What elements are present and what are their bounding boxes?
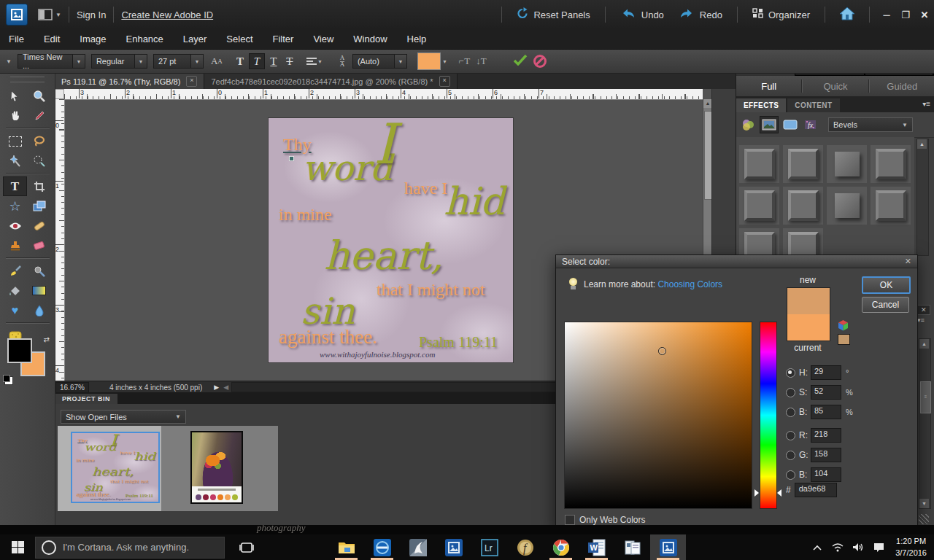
canvas-text-have-i[interactable]: have I <box>404 179 447 197</box>
action-center-icon[interactable] <box>872 542 885 552</box>
doc-tab-jpg[interactable]: 7edf4cb478e91cec092e018c34474714.jpg @ 2… <box>204 74 457 89</box>
bevel-style-thumbnail[interactable] <box>783 145 823 183</box>
scroll-down-icon[interactable]: ▼ <box>919 499 929 508</box>
bevel-style-thumbnail[interactable] <box>783 228 823 254</box>
shape-tool[interactable]: ♥ <box>3 300 27 320</box>
taskbar-app-typekit-f[interactable]: f <box>507 534 543 560</box>
strikethrough-button[interactable]: T <box>282 54 297 69</box>
menu-help[interactable]: Help <box>407 34 427 44</box>
effects-category-dropdown[interactable]: Bevels ▼ <box>828 117 913 132</box>
paint-bucket-tool[interactable] <box>3 281 27 300</box>
canvas-text-heart[interactable]: heart, <box>92 466 134 477</box>
canvas-text-swash-i[interactable]: I <box>109 432 117 448</box>
swap-colors-icon[interactable]: ⇄ <box>44 335 50 343</box>
move-tool[interactable] <box>3 86 27 106</box>
text-align-dropdown[interactable]: ▼ <box>306 53 323 69</box>
hue-slider-right-arrow[interactable] <box>777 489 781 497</box>
menu-select[interactable]: Select <box>226 34 252 44</box>
mode-full[interactable]: Full <box>736 81 801 92</box>
effects-scrollbar[interactable]: ▲ <box>916 139 929 256</box>
text-orientation-icon[interactable]: ⌐T <box>459 55 470 67</box>
smart-brush-tool[interactable] <box>27 261 51 281</box>
bevel-style-thumbnail[interactable] <box>827 145 867 183</box>
selection-brush-tool[interactable] <box>27 151 51 171</box>
radio-button[interactable] <box>786 470 795 480</box>
bevel-style-thumbnail[interactable] <box>827 187 867 225</box>
sign-in-link[interactable]: Sign In <box>77 9 106 20</box>
canvas-text-in-mine[interactable]: in mine <box>76 458 95 463</box>
underline-button[interactable]: T <box>266 54 281 69</box>
text-color-dropdown-arrow[interactable]: ▼ <box>442 59 447 64</box>
taskbar-app-chrome[interactable] <box>543 534 579 560</box>
font-family-dropdown[interactable]: Times New ...▼ <box>18 54 85 69</box>
panel-resize-grip[interactable] <box>919 514 929 524</box>
menu-view[interactable]: View <box>313 34 333 44</box>
menu-enhance[interactable]: Enhance <box>126 34 163 44</box>
taskbar-app-file-explorer[interactable] <box>328 534 364 560</box>
rectangular-marquee-tool[interactable] <box>3 131 27 151</box>
task-view-button[interactable] <box>232 534 261 560</box>
hue-slider[interactable] <box>760 322 777 509</box>
recompose-tool[interactable] <box>27 196 51 216</box>
menu-window[interactable]: Window <box>353 34 387 44</box>
web-color-cube-icon[interactable] <box>837 319 849 335</box>
bevel-style-thumbnail[interactable] <box>871 187 911 225</box>
palette-scrollbar[interactable]: ▲ ≡ ▼ <box>919 338 931 509</box>
mode-quick[interactable]: Quick <box>803 81 868 92</box>
tab-content[interactable]: CONTENT <box>787 98 839 112</box>
panel-menu-icon[interactable]: ▾≡ <box>922 100 930 108</box>
radio-button[interactable] <box>786 451 795 460</box>
scroll-up-icon[interactable]: ▲ <box>919 339 929 349</box>
canvas-text-that-i-might-not[interactable]: that I might not <box>110 478 148 483</box>
layer-styles-icon[interactable] <box>760 116 779 133</box>
canvas-text-have-i[interactable]: have I <box>120 451 135 456</box>
home-button[interactable] <box>838 6 856 23</box>
canvas-text-that-i-might-not[interactable]: that I might not <box>377 281 485 298</box>
organizer-button[interactable]: Organizer <box>752 8 810 21</box>
menu-filter[interactable]: Filter <box>273 34 294 44</box>
value-input[interactable]: 104 <box>811 467 841 482</box>
taskbar-app-word[interactable]: W <box>579 534 614 560</box>
restore-button[interactable]: ❐ <box>896 9 915 20</box>
taskbar-app-publisher[interactable] <box>614 534 650 560</box>
bevel-style-thumbnail[interactable] <box>739 228 779 254</box>
color-field-marker[interactable] <box>658 347 666 355</box>
bin-item[interactable] <box>161 426 278 511</box>
bevel-style-thumbnail[interactable] <box>739 187 779 225</box>
taskbar-app-elements-organizer[interactable] <box>436 534 471 560</box>
choosing-colors-link[interactable]: Choosing Colors <box>657 279 722 289</box>
menu-file[interactable]: File <box>9 34 24 44</box>
canvas-text-hid[interactable]: hid <box>444 182 504 220</box>
cancel-icon[interactable] <box>533 55 547 68</box>
close-icon[interactable]: × <box>439 76 450 87</box>
taskbar-app-photoshop-elements-editor[interactable] <box>650 534 686 560</box>
radio-button[interactable] <box>786 408 795 417</box>
tab-effects[interactable]: EFFECTS <box>736 98 786 112</box>
bin-thumbnail-bouquet[interactable] <box>190 431 243 504</box>
value-input[interactable]: 85 <box>811 405 841 419</box>
radio-button[interactable] <box>786 368 795 378</box>
status-arrow-icon[interactable]: ▶ <box>214 384 219 391</box>
minimize-button[interactable]: ─ <box>877 9 896 20</box>
radio-button[interactable] <box>786 388 795 397</box>
magic-wand-tool[interactable] <box>3 151 27 171</box>
red-eye-removal-tool[interactable] <box>3 216 27 236</box>
reset-panels-button[interactable]: Reset Panels <box>517 7 590 22</box>
canvas-text-url[interactable]: www.withajoyfulnoise.blogspot.com <box>90 498 131 500</box>
zoom-tool[interactable] <box>27 86 51 106</box>
bevel-style-thumbnail[interactable] <box>871 145 911 183</box>
cancel-button[interactable]: Cancel <box>862 297 909 313</box>
bin-thumbnail-psalm[interactable]: ThywordIhave Ihidin mineheart,that I mig… <box>71 432 160 503</box>
spot-healing-brush-tool[interactable] <box>27 216 51 236</box>
font-size-dropdown[interactable]: 27 pt▼ <box>153 54 204 69</box>
taskbar-app-internet-explorer[interactable] <box>364 534 400 560</box>
create-adobe-id-link[interactable]: Create New Adobe ID <box>121 9 213 20</box>
foreground-color-swatch[interactable] <box>7 338 32 363</box>
bevel-style-thumbnail[interactable] <box>783 187 823 225</box>
taskbar-clock[interactable]: 1:20 PM 3/7/2016 <box>895 536 927 559</box>
canvas-text-against-thee[interactable]: against thee. <box>279 327 377 347</box>
canvas-text-against-thee[interactable]: against thee. <box>76 491 111 497</box>
layout-button[interactable]: ▼ <box>38 9 61 20</box>
taskbar-app-lightroom[interactable]: Lr <box>471 534 507 560</box>
canvas-text-url[interactable]: www.withajoyfulnoise.blogspot.com <box>320 351 435 359</box>
